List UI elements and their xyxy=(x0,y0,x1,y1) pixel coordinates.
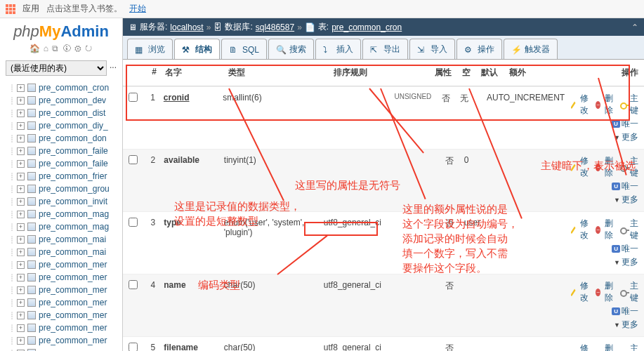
h-name[interactable]: 名字 xyxy=(161,64,224,81)
apps-label[interactable]: 应用 xyxy=(22,3,39,15)
apps-icon[interactable] xyxy=(6,4,15,14)
tab-icon: ⤵ xyxy=(323,45,333,55)
sidebar-table-item[interactable]: ┊+pre_common_mer xyxy=(0,347,122,351)
expand-icon[interactable]: + xyxy=(17,236,25,244)
sidebar-table-item[interactable]: ┊+pre_common_mer xyxy=(0,296,122,309)
tab-0[interactable]: ▦浏览 xyxy=(127,39,173,59)
sidebar-table-item[interactable]: ┊+pre_common_mag xyxy=(0,208,122,220)
expand-icon[interactable]: + xyxy=(17,274,25,282)
table-name: pre_common_mer xyxy=(39,298,107,307)
drop-action[interactable]: –删除 xyxy=(596,93,613,117)
recent-tables-select[interactable]: (最近使用的表) xyxy=(6,60,107,76)
drop-action[interactable]: –删除 xyxy=(596,155,613,179)
sidebar-table-item[interactable]: ┊+pre_common_diy_ xyxy=(0,119,122,132)
col-name[interactable]: type xyxy=(164,218,181,227)
expand-icon[interactable]: + xyxy=(17,312,25,319)
panel-hide-icon[interactable]: ⌃ xyxy=(631,22,638,32)
sidebar-table-item[interactable]: ┊+pre_common_mer xyxy=(0,284,122,296)
expand-icon[interactable]: + xyxy=(17,147,25,155)
sidebar-table-item[interactable]: ┊+pre_common_mer xyxy=(0,322,122,334)
unique-action[interactable]: U唯一 xyxy=(612,180,638,192)
more-action[interactable]: ▼更多 xyxy=(614,131,638,143)
tab-4[interactable]: ⤵插入 xyxy=(315,39,361,59)
sidebar-table-item[interactable]: ┊+pre_common_mai xyxy=(0,246,122,258)
tab-6[interactable]: ⇲导入 xyxy=(409,39,455,59)
expand-icon[interactable]: + xyxy=(17,249,25,256)
server-link[interactable]: localhost xyxy=(170,22,203,32)
column-row: 4namechar(50)utf8_general_ci否修改–删除主键U唯一▼… xyxy=(123,274,644,336)
sidebar-table-item[interactable]: ┊+pre_common_dist xyxy=(0,107,122,119)
expand-icon[interactable]: + xyxy=(17,135,25,143)
more-action[interactable]: ▼更多 xyxy=(614,194,638,206)
primary-action[interactable]: 主键 xyxy=(620,218,638,241)
expand-icon[interactable]: + xyxy=(17,223,25,231)
col-name[interactable]: available xyxy=(164,155,199,165)
edit-action[interactable]: 修改 xyxy=(571,280,589,304)
expand-icon[interactable]: + xyxy=(17,299,25,307)
sidebar-table-item[interactable]: ┊+pre_common_frier xyxy=(0,170,122,183)
drop-action[interactable]: –删除 xyxy=(596,343,613,351)
expand-icon[interactable]: + xyxy=(17,211,25,218)
expand-icon[interactable]: + xyxy=(17,122,25,130)
tab-8[interactable]: ⚡触发器 xyxy=(504,39,558,59)
tab-5[interactable]: ⇱导出 xyxy=(362,39,408,59)
expand-icon[interactable]: + xyxy=(17,110,25,117)
row-checkbox[interactable] xyxy=(129,343,138,351)
sidebar-table-item[interactable]: ┊+pre_common_faile xyxy=(0,157,122,170)
row-checkbox[interactable] xyxy=(129,280,138,289)
expand-icon[interactable]: + xyxy=(17,84,25,92)
drop-action[interactable]: –删除 xyxy=(596,218,613,241)
col-name[interactable]: cronid xyxy=(164,93,190,102)
expand-icon[interactable]: + xyxy=(17,198,25,206)
tab-icon: 🗎 xyxy=(229,45,239,55)
unique-action[interactable]: U唯一 xyxy=(612,118,638,130)
unique-action[interactable]: U唯一 xyxy=(612,243,638,255)
sidebar-table-item[interactable]: ┊+pre_common_mer xyxy=(0,271,122,284)
row-checkbox[interactable] xyxy=(129,218,138,227)
tab-7[interactable]: ⚙操作 xyxy=(456,39,502,59)
expand-icon[interactable]: + xyxy=(17,173,25,180)
primary-action[interactable]: 主键 xyxy=(620,155,638,179)
sidebar-table-item[interactable]: ┊+pre_common_mer xyxy=(0,309,122,322)
sidebar-toolbar[interactable]: 🏠 ⌂ ⧉ 🛈 ⚙ ↻ xyxy=(0,42,122,58)
more-action[interactable]: ▼更多 xyxy=(614,256,638,268)
sidebar-table-item[interactable]: ┊+pre_common_don xyxy=(0,132,122,145)
drop-action[interactable]: –删除 xyxy=(596,280,613,304)
col-name[interactable]: filename xyxy=(164,343,198,351)
expand-icon[interactable]: + xyxy=(17,324,25,332)
sidebar-table-item[interactable]: ┊+pre_common_grou xyxy=(0,183,122,195)
edit-action[interactable]: 修改 xyxy=(571,93,589,117)
row-checkbox[interactable] xyxy=(129,93,138,102)
edit-action[interactable]: 修改 xyxy=(571,343,589,351)
sidebar-table-item[interactable]: ┊+pre_common_mer xyxy=(0,334,122,347)
expand-icon[interactable]: + xyxy=(17,337,25,345)
tab-3[interactable]: 🔍搜索 xyxy=(268,39,314,59)
edit-action[interactable]: 修改 xyxy=(571,218,589,241)
edit-action[interactable]: 修改 xyxy=(571,155,589,179)
expand-icon[interactable]: + xyxy=(17,160,25,168)
db-link[interactable]: sql486587 xyxy=(256,22,294,32)
table-link[interactable]: pre_common_cron xyxy=(331,22,402,32)
sidebar-table-item[interactable]: ┊+pre_common_dev xyxy=(0,94,122,107)
bookmark-start[interactable]: 开始 xyxy=(129,3,146,15)
tab-2[interactable]: 🗎SQL xyxy=(221,39,267,59)
sidebar-table-item[interactable]: ┊+pre_common_invit xyxy=(0,195,122,208)
sidebar-table-item[interactable]: ┊+pre_common_mer xyxy=(0,258,122,271)
row-checkbox[interactable] xyxy=(129,155,138,164)
sidebar-table-item[interactable]: ┊+pre_common_cron xyxy=(0,81,122,94)
bookmark-hint[interactable]: 点击这里导入书签。 xyxy=(46,3,122,15)
expand-icon[interactable]: + xyxy=(17,261,25,269)
expand-icon[interactable]: + xyxy=(17,97,25,105)
unique-action[interactable]: U唯一 xyxy=(612,305,638,317)
expand-icon[interactable]: + xyxy=(17,286,25,294)
primary-action[interactable]: 主键 xyxy=(620,93,638,117)
expand-icon[interactable]: + xyxy=(17,185,25,193)
primary-action[interactable]: 主键 xyxy=(620,280,638,304)
primary-action[interactable]: 主键 xyxy=(620,343,638,351)
sidebar-table-item[interactable]: ┊+pre_common_mai xyxy=(0,233,122,246)
sidebar-table-item[interactable]: ┊+pre_common_mag xyxy=(0,220,122,233)
sidebar-table-item[interactable]: ┊+pre_common_faile xyxy=(0,145,122,157)
more-action[interactable]: ▼更多 xyxy=(614,319,638,331)
col-name[interactable]: name xyxy=(164,280,185,290)
tab-1[interactable]: ⚒结构 xyxy=(174,39,220,59)
